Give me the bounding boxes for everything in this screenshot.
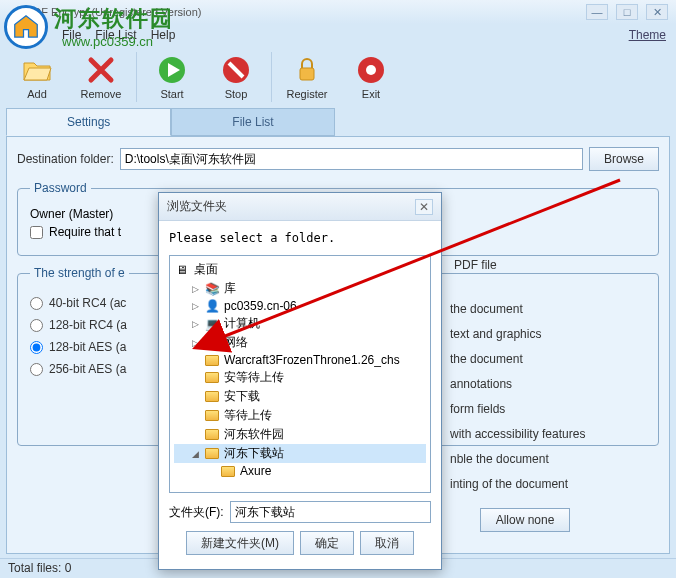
destination-input[interactable] [120,148,583,170]
menu-help[interactable]: Help [147,26,180,44]
tree-item-wait-upload-an[interactable]: 安等待上传 [174,368,426,387]
titlebar: PDF Encrypt (Unregistered Version) — □ ✕ [0,0,676,24]
radio-label-1: 40-bit RC4 (ac [49,296,126,310]
radio-128bit-aes[interactable] [30,341,43,354]
radio-label-3: 128-bit AES (a [49,340,126,354]
folder-icon [220,464,236,478]
library-icon: 📚 [204,282,220,296]
user-icon: 👤 [204,299,220,313]
tree-item-warcraft[interactable]: Warcraft3FrozenThrone1.26_chs [174,352,426,368]
network-icon: 🌐 [204,336,220,350]
tree-item-desktop[interactable]: 🖥桌面 [174,260,426,279]
folder-open-icon [204,447,220,461]
exit-icon [355,54,387,86]
start-label: Start [160,88,183,100]
radio-label-2: 128-bit RC4 (a [49,318,127,332]
stop-label: Stop [225,88,248,100]
perm-7: nble the document [450,452,585,470]
dialog-hint: Please select a folder. [169,231,431,245]
tree-item-computer[interactable]: ▷💻计算机 [174,314,426,333]
folder-icon [204,390,220,404]
allow-none-button[interactable]: Allow none [480,508,570,532]
password-legend: Password [30,181,91,195]
exit-button[interactable]: Exit [340,48,402,106]
menu-filelist[interactable]: File List [91,26,140,44]
lock-icon [291,54,323,86]
computer-icon: 💻 [204,317,220,331]
minimize-button[interactable]: — [586,4,608,20]
radio-label-4: 256-bit AES (a [49,362,126,376]
svg-point-4 [366,65,376,75]
tree-item-axure[interactable]: Axure [174,463,426,479]
strength-legend: The strength of e [30,266,129,280]
dialog-titlebar: 浏览文件夹 ✕ [159,193,441,221]
total-files: Total files: 0 [8,561,71,575]
folder-open-icon [21,54,53,86]
tree-item-libraries[interactable]: ▷📚库 [174,279,426,298]
window-title: PDF Encrypt (Unregistered Version) [26,6,201,18]
tree-item-network[interactable]: ▷🌐网络 [174,333,426,352]
browse-button[interactable]: Browse [589,147,659,171]
separator [271,52,272,102]
browse-folder-dialog: 浏览文件夹 ✕ Please select a folder. 🖥桌面 ▷📚库 … [158,192,442,570]
owner-label: Owner (Master) [30,207,113,221]
dialog-close-button[interactable]: ✕ [415,199,433,215]
tree-item-hedong[interactable]: 河东软件园 [174,425,426,444]
separator [136,52,137,102]
perm-8: inting of the document [450,477,585,495]
radio-40bit-rc4[interactable] [30,297,43,310]
svg-rect-2 [300,68,314,80]
tree-item-pc0359[interactable]: ▷👤pc0359.cn-06 [174,298,426,314]
perm-2: text and graphics [450,327,585,345]
radio-256bit-aes[interactable] [30,363,43,376]
stop-button[interactable]: Stop [205,48,267,106]
pdf-file-text: PDF file [454,258,497,272]
maximize-button[interactable]: □ [616,4,638,20]
add-label: Add [27,88,47,100]
radio-128bit-rc4[interactable] [30,319,43,332]
destination-label: Destination folder: [17,152,114,166]
permissions-column: the document text and graphics the docum… [450,302,585,532]
folder-icon [204,409,220,423]
tab-filelist[interactable]: File List [171,108,334,136]
start-button[interactable]: Start [141,48,203,106]
folder-field-input[interactable] [230,501,431,523]
perm-3: the document [450,352,585,370]
perm-5: form fields [450,402,585,420]
folder-field-label: 文件夹(F): [169,504,224,521]
ok-button[interactable]: 确定 [300,531,354,555]
dialog-title: 浏览文件夹 [167,198,227,215]
folder-icon [204,353,220,367]
remove-button[interactable]: Remove [70,48,132,106]
perm-1: the document [450,302,585,320]
perm-6: with accessibility features [450,427,585,445]
folder-tree[interactable]: 🖥桌面 ▷📚库 ▷👤pc0359.cn-06 ▷💻计算机 ▷🌐网络 Warcra… [169,255,431,493]
toolbar: Add Remove Start Stop Register Exit [0,46,676,108]
register-button[interactable]: Register [276,48,338,106]
remove-label: Remove [81,88,122,100]
play-icon [156,54,188,86]
close-button[interactable]: ✕ [646,4,668,20]
desktop-icon: 🖥 [174,263,190,277]
add-button[interactable]: Add [6,48,68,106]
tree-item-wait-upload[interactable]: 等待上传 [174,406,426,425]
tree-item-download-an[interactable]: 安下载 [174,387,426,406]
tree-item-hedong-dl[interactable]: ◢河东下载站 [174,444,426,463]
folder-icon [204,371,220,385]
menubar: File File List Help Theme [0,24,676,46]
require-checkbox[interactable] [30,226,43,239]
tabs: Settings File List [6,108,670,136]
new-folder-button[interactable]: 新建文件夹(M) [186,531,294,555]
stop-icon [220,54,252,86]
folder-icon [204,428,220,442]
require-label: Require that t [49,225,121,239]
tab-settings[interactable]: Settings [6,108,171,136]
register-label: Register [287,88,328,100]
menu-file[interactable]: File [58,26,85,44]
theme-link[interactable]: Theme [625,26,670,44]
remove-x-icon [85,54,117,86]
cancel-button[interactable]: 取消 [360,531,414,555]
perm-4: annotations [450,377,585,395]
exit-label: Exit [362,88,380,100]
